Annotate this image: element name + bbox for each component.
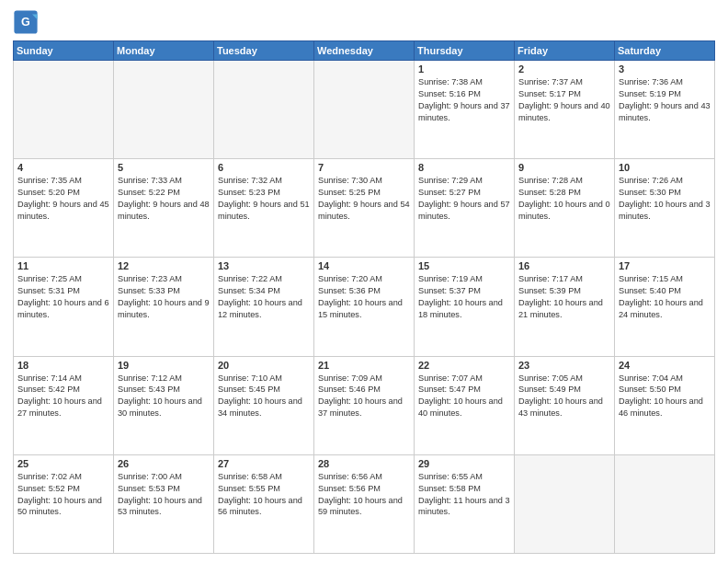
- calendar-day-cell: 21Sunrise: 7:09 AMSunset: 5:46 PMDayligh…: [314, 356, 415, 454]
- daylight-text: Daylight: 10 hours and 3 minutes.: [619, 200, 711, 221]
- daylight-text: Daylight: 10 hours and 43 minutes.: [518, 396, 603, 418]
- sunrise-text: Sunrise: 7:29 AM: [418, 176, 483, 185]
- sunset-text: Sunset: 5:50 PM: [619, 385, 681, 394]
- daylight-text: Daylight: 10 hours and 40 minutes.: [418, 396, 503, 418]
- calendar-day-cell: 11Sunrise: 7:25 AMSunset: 5:31 PMDayligh…: [14, 258, 114, 356]
- sunset-text: Sunset: 5:30 PM: [619, 188, 681, 197]
- day-info: Sunrise: 6:55 AMSunset: 5:58 PMDaylight:…: [418, 471, 510, 519]
- sunrise-text: Sunrise: 7:25 AM: [17, 274, 82, 283]
- daylight-text: Daylight: 11 hours and 3 minutes.: [418, 496, 510, 517]
- sunset-text: Sunset: 5:43 PM: [118, 385, 180, 394]
- day-info: Sunrise: 7:07 AMSunset: 5:47 PMDaylight:…: [418, 373, 510, 420]
- calendar-day-cell: 2Sunrise: 7:37 AMSunset: 5:17 PMDaylight…: [515, 61, 615, 159]
- calendar-day-cell: [114, 61, 214, 159]
- day-number: 12: [118, 260, 210, 271]
- calendar-day-cell: 17Sunrise: 7:15 AMSunset: 5:40 PMDayligh…: [615, 258, 715, 356]
- sunrise-text: Sunrise: 7:37 AM: [518, 77, 583, 86]
- daylight-text: Daylight: 10 hours and 53 minutes.: [118, 496, 202, 517]
- sunrise-text: Sunrise: 6:58 AM: [218, 472, 282, 481]
- sunset-text: Sunset: 5:40 PM: [619, 286, 681, 295]
- calendar-week-row: 4Sunrise: 7:35 AMSunset: 5:20 PMDaylight…: [14, 159, 715, 258]
- day-info: Sunrise: 7:04 AMSunset: 5:50 PMDaylight:…: [619, 373, 711, 420]
- day-number: 21: [318, 360, 410, 371]
- day-number: 23: [518, 360, 610, 371]
- day-info: Sunrise: 7:05 AMSunset: 5:49 PMDaylight:…: [518, 373, 610, 420]
- sunset-text: Sunset: 5:56 PM: [318, 484, 381, 493]
- sunrise-text: Sunrise: 7:15 AM: [619, 274, 683, 283]
- day-info: Sunrise: 7:02 AMSunset: 5:52 PMDaylight:…: [17, 471, 109, 519]
- day-of-week-header: Saturday: [615, 41, 715, 61]
- day-number: 22: [418, 360, 510, 371]
- day-of-week-header: Wednesday: [314, 41, 415, 61]
- calendar-day-cell: 16Sunrise: 7:17 AMSunset: 5:39 PMDayligh…: [515, 258, 615, 356]
- page: G SundayMondayTuesdayWednesdayThursdayFr…: [0, 0, 728, 563]
- daylight-text: Daylight: 10 hours and 27 minutes.: [17, 396, 102, 418]
- day-of-week-header: Friday: [515, 41, 615, 61]
- day-info: Sunrise: 7:10 AMSunset: 5:45 PMDaylight:…: [218, 373, 310, 420]
- day-info: Sunrise: 6:58 AMSunset: 5:55 PMDaylight:…: [218, 471, 310, 519]
- daylight-text: Daylight: 10 hours and 6 minutes.: [17, 298, 109, 319]
- day-info: Sunrise: 7:23 AMSunset: 5:33 PMDaylight:…: [118, 273, 210, 321]
- day-number: 28: [318, 458, 410, 469]
- sunrise-text: Sunrise: 7:07 AM: [418, 373, 483, 383]
- sunset-text: Sunset: 5:28 PM: [518, 188, 581, 197]
- sunset-text: Sunset: 5:55 PM: [218, 484, 280, 493]
- daylight-text: Daylight: 9 hours and 37 minutes.: [418, 101, 510, 122]
- day-number: 24: [619, 360, 711, 371]
- calendar-day-cell: 10Sunrise: 7:26 AMSunset: 5:30 PMDayligh…: [615, 159, 715, 258]
- calendar-day-cell: [14, 61, 114, 159]
- calendar-day-cell: 29Sunrise: 6:55 AMSunset: 5:58 PMDayligh…: [415, 454, 515, 553]
- calendar-day-cell: 1Sunrise: 7:38 AMSunset: 5:16 PMDaylight…: [415, 61, 515, 159]
- calendar-day-cell: 20Sunrise: 7:10 AMSunset: 5:45 PMDayligh…: [214, 356, 314, 454]
- day-number: 6: [218, 162, 310, 173]
- sunset-text: Sunset: 5:31 PM: [17, 286, 80, 295]
- sunset-text: Sunset: 5:53 PM: [118, 484, 180, 493]
- sunset-text: Sunset: 5:49 PM: [518, 385, 581, 394]
- day-number: 16: [518, 260, 610, 271]
- calendar-week-row: 18Sunrise: 7:14 AMSunset: 5:42 PMDayligh…: [14, 356, 715, 454]
- sunrise-text: Sunrise: 7:09 AM: [318, 373, 382, 383]
- calendar-day-cell: [214, 61, 314, 159]
- day-info: Sunrise: 7:37 AMSunset: 5:17 PMDaylight:…: [518, 76, 610, 124]
- daylight-text: Daylight: 10 hours and 18 minutes.: [418, 298, 503, 319]
- sunset-text: Sunset: 5:27 PM: [418, 188, 481, 197]
- day-info: Sunrise: 7:33 AMSunset: 5:22 PMDaylight:…: [118, 175, 210, 223]
- logo-icon: G: [13, 9, 39, 35]
- sunset-text: Sunset: 5:20 PM: [17, 188, 80, 197]
- day-info: Sunrise: 7:30 AMSunset: 5:25 PMDaylight:…: [318, 175, 410, 223]
- calendar-day-cell: 23Sunrise: 7:05 AMSunset: 5:49 PMDayligh…: [515, 356, 615, 454]
- day-number: 17: [619, 260, 711, 271]
- sunrise-text: Sunrise: 7:12 AM: [118, 373, 182, 383]
- day-number: 11: [17, 260, 109, 271]
- day-number: 15: [418, 260, 510, 271]
- sunrise-text: Sunrise: 7:26 AM: [619, 176, 683, 185]
- sunrise-text: Sunrise: 7:17 AM: [518, 274, 583, 283]
- daylight-text: Daylight: 10 hours and 0 minutes.: [518, 200, 610, 221]
- sunset-text: Sunset: 5:19 PM: [619, 89, 681, 98]
- sunset-text: Sunset: 5:46 PM: [318, 385, 381, 394]
- calendar-day-cell: [314, 61, 415, 159]
- calendar-day-cell: 9Sunrise: 7:28 AMSunset: 5:28 PMDaylight…: [515, 159, 615, 258]
- sunset-text: Sunset: 5:23 PM: [218, 188, 280, 197]
- daylight-text: Daylight: 10 hours and 37 minutes.: [318, 396, 403, 418]
- day-info: Sunrise: 7:32 AMSunset: 5:23 PMDaylight:…: [218, 175, 310, 223]
- calendar-table: SundayMondayTuesdayWednesdayThursdayFrid…: [13, 40, 715, 554]
- sunrise-text: Sunrise: 7:28 AM: [518, 176, 583, 185]
- calendar-day-cell: 18Sunrise: 7:14 AMSunset: 5:42 PMDayligh…: [14, 356, 114, 454]
- sunset-text: Sunset: 5:17 PM: [518, 89, 581, 98]
- calendar-day-cell: 19Sunrise: 7:12 AMSunset: 5:43 PMDayligh…: [114, 356, 214, 454]
- day-number: 8: [418, 162, 510, 173]
- daylight-text: Daylight: 9 hours and 43 minutes.: [619, 101, 711, 122]
- daylight-text: Daylight: 10 hours and 50 minutes.: [17, 496, 102, 517]
- calendar-day-cell: 4Sunrise: 7:35 AMSunset: 5:20 PMDaylight…: [14, 159, 114, 258]
- calendar-day-cell: 22Sunrise: 7:07 AMSunset: 5:47 PMDayligh…: [415, 356, 515, 454]
- day-number: 18: [17, 360, 109, 371]
- sunrise-text: Sunrise: 7:10 AM: [218, 373, 282, 383]
- day-number: 13: [218, 260, 310, 271]
- daylight-text: Daylight: 9 hours and 51 minutes.: [218, 200, 310, 221]
- day-info: Sunrise: 7:20 AMSunset: 5:36 PMDaylight:…: [318, 273, 410, 321]
- sunset-text: Sunset: 5:52 PM: [17, 484, 80, 493]
- sunrise-text: Sunrise: 7:19 AM: [418, 274, 483, 283]
- sunrise-text: Sunrise: 7:32 AM: [218, 176, 282, 185]
- day-info: Sunrise: 7:36 AMSunset: 5:19 PMDaylight:…: [619, 76, 711, 124]
